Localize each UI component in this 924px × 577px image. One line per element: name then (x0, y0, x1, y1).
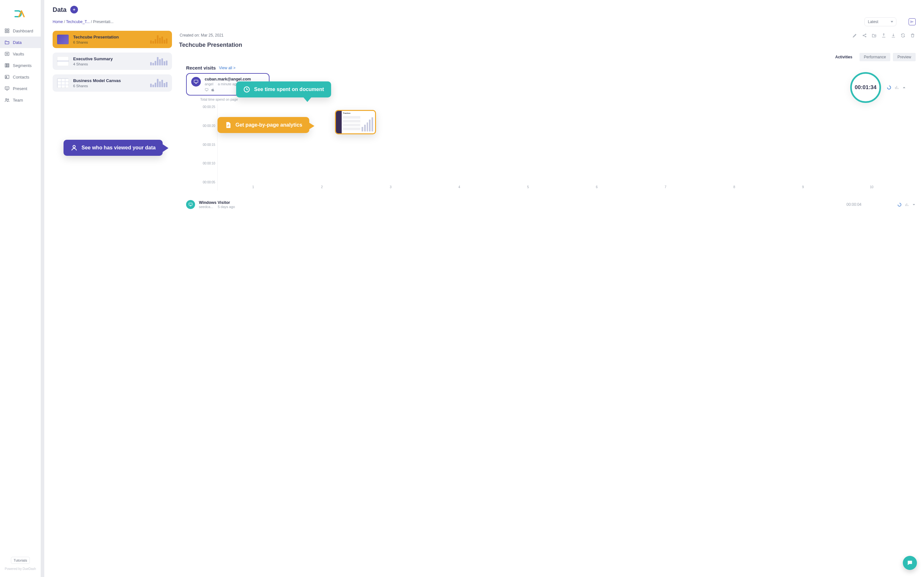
sidebar-item-label: Contacts (13, 75, 29, 79)
collapse-up-icon[interactable] (902, 85, 906, 89)
svg-point-5 (6, 53, 8, 55)
page-header: Data (44, 0, 924, 15)
tab-activities[interactable]: Activities (830, 53, 857, 61)
chart-x-label: 8 (733, 185, 735, 190)
chart-x-label: 7 (664, 185, 666, 190)
trash-icon (910, 33, 915, 38)
contacts-icon (5, 74, 10, 79)
bars-icon (905, 203, 909, 207)
vault-icon (5, 51, 10, 56)
visitor-name: Windows Visitor (199, 200, 235, 205)
file-thumbnail (57, 56, 69, 66)
folder-icon (5, 40, 10, 45)
sidebar-item-segments[interactable]: Segments (0, 60, 41, 71)
segments-icon (5, 63, 10, 68)
bars-icon (895, 85, 899, 90)
svg-point-14 (863, 35, 864, 36)
visitor-row[interactable]: Windows Visitor seedca... 5 days ago 00:… (186, 200, 916, 209)
move-button[interactable] (871, 33, 877, 38)
file-title: Techcube Presentation (73, 35, 119, 39)
visitor-source: seedca... (199, 205, 213, 209)
svg-rect-8 (8, 64, 9, 67)
chart-y-axis: 00:00:2500:00:2000:00:1500:00:1000:00:05 (203, 104, 217, 190)
sidebar-item-present[interactable]: Present (0, 83, 41, 94)
sidebar-item-label: Present (13, 86, 27, 91)
sidebar-item-vaults[interactable]: Vaults (0, 48, 41, 60)
detail-panel: Created on: Mar 25, 2021 Techcube Presen… (179, 31, 924, 577)
sort-select[interactable]: Latest (864, 17, 897, 26)
file-shares: 6 Shares (73, 40, 119, 44)
delete-button[interactable] (910, 33, 915, 38)
time-spent-timer: 00:01:34 (850, 72, 881, 103)
file-shares: 6 Shares (73, 84, 121, 88)
sidebar-scrollbar[interactable] (41, 0, 44, 577)
svg-rect-18 (205, 89, 208, 90)
breadcrumb-home[interactable]: Home (53, 19, 63, 24)
file-sparkline (150, 57, 168, 65)
sidebar-item-label: Segments (13, 63, 32, 68)
main: Data Home / Techcube_T... / Presentati..… (44, 0, 924, 577)
visitor-avatar (186, 200, 195, 209)
collapse-panel-button[interactable] (909, 18, 916, 25)
view-all-link[interactable]: View all > (219, 66, 236, 70)
monitor-icon (188, 202, 193, 207)
folder-move-icon (872, 33, 877, 38)
chat-fab[interactable] (903, 556, 917, 570)
svg-rect-4 (5, 52, 9, 56)
file-bar-icon (225, 121, 232, 129)
tab-preview[interactable]: Preview (893, 53, 916, 61)
file-sparkline (150, 79, 168, 87)
visitor-source: angel (205, 82, 213, 86)
visitor-avatar (191, 77, 201, 87)
expand-down-icon[interactable] (912, 203, 916, 206)
detail-top-row: Created on: Mar 25, 2021 (179, 31, 916, 40)
visitor-when: 5 days ago (218, 205, 235, 209)
tutorials-button[interactable]: Tutorials (11, 557, 30, 564)
grid-icon (5, 28, 10, 33)
share-button[interactable] (862, 33, 867, 38)
sidebar-item-label: Data (13, 40, 21, 45)
sidebar-item-data[interactable]: Data (0, 37, 41, 48)
sidebar: Dashboard Data Vaults Segments Contacts … (0, 0, 41, 577)
breadcrumb-current: Presentati... (93, 19, 113, 24)
sidebar-item-label: Vaults (13, 52, 24, 56)
chat-icon (907, 560, 913, 566)
chart-x-label: 3 (390, 185, 392, 190)
file-thumbnail (57, 78, 69, 88)
refresh-button[interactable] (900, 33, 905, 38)
traction-preview: Traction (335, 110, 376, 134)
upload-button[interactable] (881, 33, 886, 38)
timer-section: 00:01:34 (850, 72, 906, 103)
download-button[interactable] (891, 33, 896, 38)
tab-performance[interactable]: Performance (859, 53, 891, 61)
sidebar-item-team[interactable]: Team (0, 94, 41, 106)
loading-arc-icon (897, 203, 901, 207)
user-icon (71, 144, 78, 151)
sidebar-item-label: Team (13, 98, 23, 103)
file-card[interactable]: Techcube Presentation 6 Shares (53, 31, 172, 48)
edit-button[interactable] (852, 33, 857, 38)
add-button[interactable] (70, 6, 78, 13)
file-title: Executive Summary (73, 56, 113, 61)
file-sparkline (150, 35, 168, 44)
breadcrumb-folder[interactable]: Techcube_T... (66, 19, 90, 24)
tab-row: Activities Performance Preview (179, 53, 916, 61)
recent-visits-header: Recent visits View all > (186, 65, 916, 71)
breadcrumb: Home / Techcube_T... / Presentati... (53, 19, 113, 24)
sidebar-nav: Dashboard Data Vaults Segments Contacts … (0, 25, 41, 106)
file-list: Techcube Presentation 6 Shares Executive… (53, 31, 172, 577)
visitor-time: 00:00:04 (846, 202, 861, 207)
chart-plot: 12345678910 (217, 104, 907, 190)
sidebar-item-contacts[interactable]: Contacts (0, 71, 41, 83)
timer-side-icons (887, 85, 906, 90)
chart-x-label: 9 (802, 185, 804, 190)
refresh-icon (901, 33, 905, 38)
svg-rect-0 (5, 29, 7, 31)
svg-point-20 (73, 145, 75, 148)
file-card[interactable]: Business Model Canvas 6 Shares (53, 74, 172, 92)
detail-tabs: Activities Performance Preview (830, 53, 916, 61)
apple-icon (211, 88, 215, 92)
sidebar-item-dashboard[interactable]: Dashboard (0, 25, 41, 37)
file-card[interactable]: Executive Summary 4 Shares (53, 53, 172, 70)
chart-x-label: 1 (252, 185, 254, 190)
